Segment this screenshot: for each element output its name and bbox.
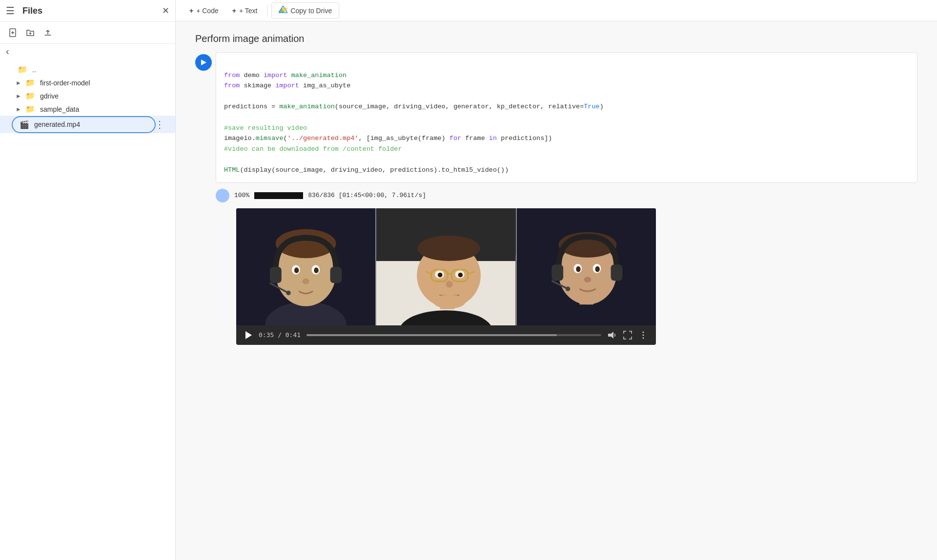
folder-icon-sample: 📁: [25, 104, 35, 114]
svg-rect-17: [330, 267, 342, 283]
svg-point-54: [584, 277, 591, 282]
tree-item-parent[interactable]: 📁 ..: [0, 63, 175, 76]
video-time: 0:35 / 0:41: [259, 331, 301, 339]
tree-item-sample-data[interactable]: ► 📁 sample_data: [0, 102, 175, 116]
sidebar-toolbar: [0, 22, 175, 44]
progress-bar: [254, 192, 303, 199]
video-scrubber-fill: [306, 334, 557, 336]
tree-arrow-sample: ►: [16, 106, 22, 113]
sidebar-nav: ‹: [0, 44, 175, 59]
code-label: + Code: [196, 7, 219, 15]
video-scrubber[interactable]: [306, 334, 601, 336]
add-code-button[interactable]: + + Code: [183, 4, 224, 18]
svg-rect-48: [551, 264, 563, 280]
svg-point-53: [595, 266, 600, 272]
tree-item-generated-mp4[interactable]: 🎬 generated.mp4 ⋮: [0, 116, 175, 133]
text-label: + Text: [239, 7, 258, 15]
cell-title: Perform image animation: [195, 33, 917, 44]
svg-point-60: [643, 334, 644, 336]
tree-label-parent: ..: [32, 66, 36, 74]
nav-path: [11, 48, 13, 56]
toolbar-separator: [267, 5, 267, 17]
plus-code-icon: +: [189, 7, 193, 15]
progress-row: 100% 836/836 [01:45<00:00, 7.96it/s]: [216, 189, 917, 202]
tree-item-first-order-model[interactable]: ► 📁 first-order-model: [0, 76, 175, 89]
drive-label: Copy to Drive: [290, 7, 332, 15]
notebook-area: Perform image animation from demo import…: [176, 21, 937, 560]
video-frame-3: [516, 208, 656, 325]
folder-icon-parent: 📁: [18, 65, 27, 74]
video-play-button[interactable]: [244, 331, 253, 340]
copy-to-drive-button[interactable]: Copy to Drive: [271, 2, 339, 19]
add-text-button[interactable]: + + Text: [226, 4, 264, 18]
file-icon-generated: 🎬: [20, 120, 29, 129]
sidebar-header: ☰ Files ✕: [0, 0, 175, 22]
sidebar: ☰ Files ✕ ‹: [0, 0, 176, 560]
svg-rect-49: [611, 264, 622, 280]
svg-point-24: [286, 290, 291, 295]
video-more-button[interactable]: [638, 330, 648, 340]
plus-text-icon: +: [232, 7, 236, 15]
svg-rect-16: [270, 267, 282, 283]
main-content: + + Code + + Text Copy to Drive Perform …: [176, 0, 937, 560]
video-controls: 0:35 / 0:41: [236, 325, 656, 345]
video-frames: [236, 208, 656, 325]
svg-point-52: [576, 266, 581, 272]
svg-marker-58: [608, 332, 613, 339]
code-block[interactable]: from demo import make_animation from ski…: [216, 52, 917, 183]
run-cell-button[interactable]: [195, 54, 212, 71]
svg-point-42: [433, 295, 466, 309]
tree-label-gdrive: gdrive: [40, 92, 59, 100]
sidebar-title: Files: [22, 6, 162, 16]
tree-arrow-gdrive: ►: [16, 93, 22, 100]
code-cell: from demo import make_animation from ski…: [195, 52, 917, 183]
svg-point-9: [220, 191, 225, 196]
svg-point-41: [446, 280, 453, 287]
video-volume-button[interactable]: [607, 330, 617, 340]
svg-point-21: [314, 267, 319, 273]
video-frame-2: [375, 208, 515, 325]
drive-icon: [279, 6, 287, 15]
svg-point-56: [566, 286, 570, 291]
video-control-icons: [607, 330, 648, 340]
svg-point-22: [303, 278, 309, 284]
svg-point-31: [418, 235, 480, 260]
file-options-button[interactable]: ⋮: [152, 118, 167, 131]
close-icon[interactable]: ✕: [162, 5, 169, 16]
top-toolbar: + + Code + + Text Copy to Drive: [176, 0, 937, 21]
video-frame-1: [236, 208, 375, 325]
video-fullscreen-button[interactable]: [623, 330, 632, 340]
output-area: 100% 836/836 [01:45<00:00, 7.96it/s]: [216, 189, 917, 345]
svg-point-61: [643, 337, 644, 339]
new-folder-button[interactable]: [23, 26, 37, 40]
progress-percent: 100%: [234, 192, 249, 199]
tree-label-sample: sample_data: [40, 105, 79, 113]
folder-icon-fom: 📁: [25, 78, 35, 87]
video-container: 0:35 / 0:41: [236, 208, 656, 345]
tree-label-fom: first-order-model: [40, 79, 90, 87]
svg-point-10: [218, 197, 227, 202]
svg-point-40: [458, 272, 463, 277]
file-tree: 📁 .. ► 📁 first-order-model ► 📁 gdrive ►: [0, 59, 175, 560]
progress-stats: 836/836 [01:45<00:00, 7.96it/s]: [308, 192, 426, 199]
svg-point-20: [294, 267, 299, 273]
tree-item-gdrive[interactable]: ► 📁 gdrive: [0, 89, 175, 102]
new-file-button[interactable]: [6, 26, 20, 40]
folder-icon-gdrive: 📁: [25, 91, 35, 100]
svg-marker-57: [245, 331, 252, 339]
tree-arrow-fom: ►: [16, 80, 22, 86]
nav-back-icon[interactable]: ‹: [6, 46, 9, 57]
menu-icon[interactable]: ☰: [6, 5, 15, 17]
tree-label-generated: generated.mp4: [34, 120, 80, 128]
upload-button[interactable]: [41, 26, 55, 40]
user-avatar: [216, 189, 229, 202]
svg-marker-8: [201, 60, 206, 65]
svg-point-39: [438, 272, 443, 277]
svg-point-59: [643, 331, 644, 333]
